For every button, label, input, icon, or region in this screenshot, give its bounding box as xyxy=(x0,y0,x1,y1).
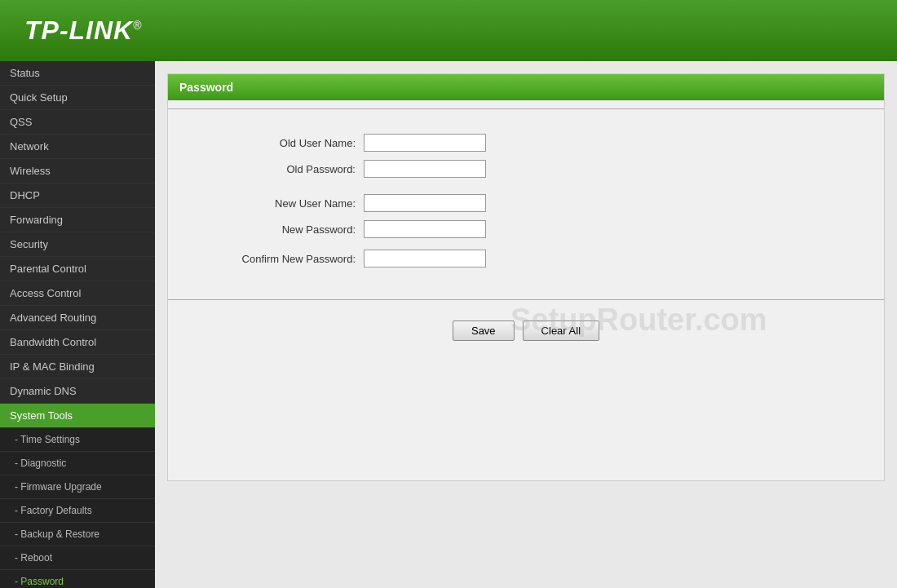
sidebar-item-quick-setup[interactable]: Quick Setup xyxy=(0,86,155,110)
divider-bottom xyxy=(168,299,884,300)
old-password-input[interactable] xyxy=(364,160,486,178)
clear-all-button[interactable]: Clear All xyxy=(523,321,599,341)
logo-symbol: ® xyxy=(133,19,142,32)
logo: TP-LINK® xyxy=(24,15,143,46)
sidebar: StatusQuick SetupQSSNetworkWirelessDHCPF… xyxy=(0,61,155,588)
section-header: Password xyxy=(168,74,884,100)
old-username-label: Old User Name: xyxy=(201,137,364,149)
new-password-row: New Password: xyxy=(201,220,851,238)
old-password-row: Old Password: xyxy=(201,160,851,178)
form-container: Old User Name: Old Password: New User Na… xyxy=(168,117,884,295)
old-password-label: Old Password: xyxy=(201,163,364,175)
sidebar-item-advanced-routing[interactable]: Advanced Routing xyxy=(0,306,155,330)
content-area: Password SetupRouter.com Old User Name: … xyxy=(167,73,885,481)
sidebar-item-parental-control[interactable]: Parental Control xyxy=(0,257,155,281)
save-button[interactable]: Save xyxy=(453,321,515,341)
new-password-label: New Password: xyxy=(201,223,364,236)
confirm-password-input[interactable] xyxy=(364,250,486,267)
sidebar-item-status[interactable]: Status xyxy=(0,61,155,86)
sidebar-item-system-tools[interactable]: System Tools xyxy=(0,404,155,428)
sidebar-item-qss[interactable]: QSS xyxy=(0,110,155,135)
main-content: Password SetupRouter.com Old User Name: … xyxy=(155,61,897,588)
sidebar-item-factory-defaults[interactable]: - Factory Defaults xyxy=(0,499,155,523)
new-username-label: New User Name: xyxy=(201,197,364,210)
sidebar-item-reboot[interactable]: - Reboot xyxy=(0,546,155,570)
sidebar-item-wireless[interactable]: Wireless xyxy=(0,159,155,183)
sidebar-item-firmware-upgrade[interactable]: - Firmware Upgrade xyxy=(0,475,155,499)
sidebar-item-ip-mac-binding[interactable]: IP & MAC Binding xyxy=(0,355,155,379)
header: TP-LINK® xyxy=(0,0,897,61)
button-row: Save Clear All xyxy=(168,312,884,349)
sidebar-item-bandwidth-control[interactable]: Bandwidth Control xyxy=(0,330,155,355)
confirm-password-row: Confirm New Password: xyxy=(201,250,851,267)
sidebar-item-security[interactable]: Security xyxy=(0,232,155,257)
logo-text: TP-LINK xyxy=(24,15,133,45)
new-username-row: New User Name: xyxy=(201,194,851,212)
divider-top xyxy=(168,108,884,109)
sidebar-item-forwarding[interactable]: Forwarding xyxy=(0,208,155,232)
old-username-input[interactable] xyxy=(364,134,486,152)
sidebar-item-network[interactable]: Network xyxy=(0,135,155,159)
sidebar-item-time-settings[interactable]: - Time Settings xyxy=(0,428,155,452)
sidebar-item-dynamic-dns[interactable]: Dynamic DNS xyxy=(0,379,155,404)
new-password-input[interactable] xyxy=(364,220,486,238)
layout: StatusQuick SetupQSSNetworkWirelessDHCPF… xyxy=(0,61,897,588)
sidebar-item-dhcp[interactable]: DHCP xyxy=(0,183,155,208)
new-username-input[interactable] xyxy=(364,194,486,212)
sidebar-item-access-control[interactable]: Access Control xyxy=(0,281,155,306)
sidebar-item-backup-restore[interactable]: - Backup & Restore xyxy=(0,523,155,546)
confirm-password-label: Confirm New Password: xyxy=(201,253,364,265)
old-username-row: Old User Name: xyxy=(201,134,851,152)
sidebar-item-diagnostic[interactable]: - Diagnostic xyxy=(0,452,155,475)
section-title: Password xyxy=(179,81,233,94)
sidebar-item-password[interactable]: - Password xyxy=(0,570,155,588)
